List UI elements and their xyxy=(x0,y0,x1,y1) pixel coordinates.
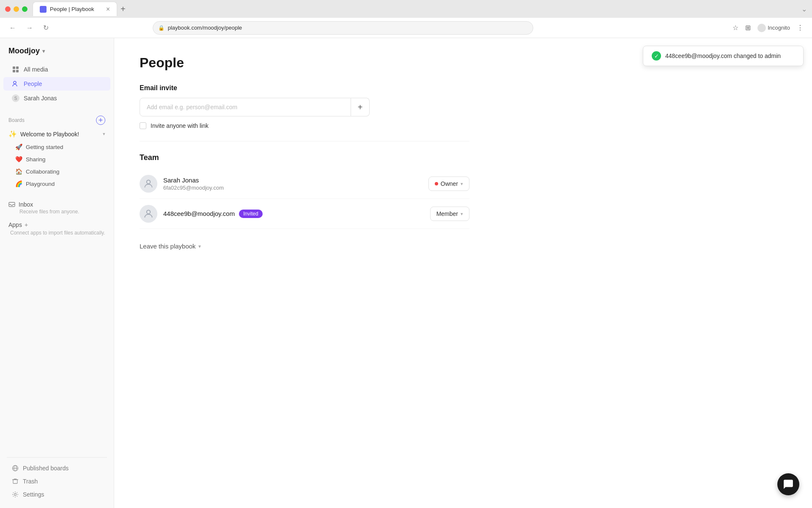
toast-notification: ✓ 448cee9b@moodjoy.com changed to admin xyxy=(643,46,804,66)
inbox-label-text: Inbox xyxy=(19,201,33,208)
invite-link-row: Invite anyone with link xyxy=(140,122,787,129)
leave-playbook-label: Leave this playbook xyxy=(140,243,196,250)
svg-rect-2 xyxy=(13,70,15,72)
address-bar[interactable]: 🔒 playbook.com/moodjoy/people xyxy=(153,21,533,35)
tab-close-button[interactable]: × xyxy=(106,6,110,13)
sidebar-item-getting-started[interactable]: 🚀 Getting started xyxy=(7,141,110,153)
sidebar-item-playground[interactable]: 🌈 Playground xyxy=(7,178,110,190)
apps-label-text: Apps xyxy=(8,221,22,228)
sarah-avatar-icon: S xyxy=(12,94,19,102)
svg-rect-8 xyxy=(13,480,17,483)
sidebar-item-trash[interactable]: Trash xyxy=(3,475,110,488)
avatar-icon xyxy=(143,178,154,189)
grid-icon xyxy=(12,66,19,73)
svg-point-11 xyxy=(147,210,151,214)
apps-item[interactable]: Apps + xyxy=(8,221,105,228)
inbox-section: Inbox Receive files from anyone. xyxy=(0,198,114,218)
avatar-icon xyxy=(143,208,154,219)
sidebar-bottom: Published boards Trash Settings xyxy=(0,453,114,501)
inbox-sub-text: Receive files from anyone. xyxy=(8,209,105,215)
welcome-board-header[interactable]: ✨ Welcome to Playbook! ▾ xyxy=(0,127,114,141)
sidebar-item-settings[interactable]: Settings xyxy=(3,488,110,501)
forward-button[interactable]: → xyxy=(24,22,36,33)
browser-tab[interactable]: People | Playbook × xyxy=(33,2,117,16)
team-member-row: Sarah Jonas 6fa02c95@moodjoy.com Owner ▾ xyxy=(140,169,469,199)
member-info-sarah: Sarah Jonas 6fa02c95@moodjoy.com xyxy=(163,177,422,191)
leave-playbook-button[interactable]: Leave this playbook ▾ xyxy=(140,243,787,250)
main-content: People Email invite + Invite anyone with… xyxy=(114,38,812,508)
reload-button[interactable]: ↻ xyxy=(41,22,51,33)
email-invite-row: + xyxy=(140,98,787,116)
boards-add-button[interactable]: + xyxy=(96,116,105,125)
welcome-board-collapse-icon: ▾ xyxy=(103,131,105,137)
trash-label: Trash xyxy=(23,478,38,485)
url-text: playbook.com/moodjoy/people xyxy=(168,25,242,31)
playground-label: Playground xyxy=(26,181,55,187)
tab-favicon xyxy=(40,6,47,13)
menu-button[interactable]: ⋮ xyxy=(795,22,805,33)
invite-link-label: Invite anyone with link xyxy=(151,122,208,129)
published-boards-label: Published boards xyxy=(23,465,69,472)
tab-grid-button[interactable]: ⊞ xyxy=(743,22,752,33)
boards-label: Boards xyxy=(8,117,25,123)
section-divider xyxy=(140,141,469,141)
svg-rect-3 xyxy=(16,70,19,72)
role-dropdown-icon: ▾ xyxy=(461,181,463,187)
svg-point-10 xyxy=(147,180,151,184)
welcome-board-group: ✨ Welcome to Playbook! ▾ 🚀 Getting start… xyxy=(0,127,114,190)
member-name-sarah: Sarah Jonas xyxy=(163,177,422,184)
getting-started-label: Getting started xyxy=(26,144,63,150)
svg-point-9 xyxy=(14,494,16,496)
tab-more-button[interactable]: ⌄ xyxy=(801,5,807,13)
traffic-light-green[interactable] xyxy=(22,6,27,12)
logo-text: Moodjoy xyxy=(8,47,40,55)
traffic-light-red[interactable] xyxy=(5,6,11,12)
boards-section-header: Boards + xyxy=(0,110,114,127)
trash-icon xyxy=(12,478,19,485)
tab-title: People | Playbook xyxy=(50,6,103,12)
all-media-label: All media xyxy=(24,66,48,73)
welcome-board-label: Welcome to Playbook! xyxy=(20,131,79,138)
owner-role-button[interactable]: Owner ▾ xyxy=(428,177,469,191)
apps-section: Apps + Connect apps to import files auto… xyxy=(0,218,114,240)
email-input[interactable] xyxy=(140,98,351,116)
role-dropdown-icon: ▾ xyxy=(461,211,463,217)
sidebar-item-sharing[interactable]: ❤️ Sharing xyxy=(7,153,110,165)
email-invite-label: Email invite xyxy=(140,84,787,92)
invited-badge: Invited xyxy=(239,210,262,218)
sidebar-item-people[interactable]: People xyxy=(3,77,110,91)
owner-role-label: Owner xyxy=(441,180,458,187)
email-add-button[interactable]: + xyxy=(351,98,370,116)
settings-icon xyxy=(12,491,19,498)
sidebar-item-sarah-jonas[interactable]: S Sarah Jonas xyxy=(3,91,110,105)
member-role-button[interactable]: Member ▾ xyxy=(430,207,469,221)
incognito-label: Incognito xyxy=(768,25,790,31)
toast-message: 448cee9b@moodjoy.com changed to admin xyxy=(665,52,781,59)
sidebar-item-collaborating[interactable]: 🏠 Collaborating xyxy=(7,166,110,177)
bookmark-button[interactable]: ☆ xyxy=(731,22,740,33)
profile-button[interactable]: Incognito xyxy=(756,22,792,34)
member-name-member2: 448cee9b@moodjoy.com xyxy=(163,210,235,217)
inbox-item[interactable]: Inbox xyxy=(8,201,105,208)
team-section-label: Team xyxy=(140,153,787,162)
logo-dropdown-icon: ▾ xyxy=(42,48,45,54)
back-button[interactable]: ← xyxy=(7,22,19,33)
published-icon xyxy=(12,465,19,472)
chat-icon xyxy=(783,479,794,490)
chat-button[interactable] xyxy=(777,473,799,495)
member-role-label: Member xyxy=(436,210,458,217)
invite-link-checkbox[interactable] xyxy=(140,122,146,129)
people-label: People xyxy=(24,80,42,87)
settings-label: Settings xyxy=(23,491,44,498)
people-icon xyxy=(12,80,19,88)
sidebar-item-all-media[interactable]: All media xyxy=(3,63,110,76)
team-member-row: 448cee9b@moodjoy.com Invited Member ▾ xyxy=(140,199,469,229)
traffic-light-yellow[interactable] xyxy=(14,6,19,12)
lock-icon: 🔒 xyxy=(158,25,165,31)
member-info-member2: 448cee9b@moodjoy.com Invited xyxy=(163,210,424,218)
sidebar-logo[interactable]: Moodjoy ▾ xyxy=(0,45,114,62)
sarah-jonas-label: Sarah Jonas xyxy=(24,95,57,102)
new-tab-button[interactable]: + xyxy=(121,2,126,16)
sidebar-item-published-boards[interactable]: Published boards xyxy=(3,462,110,475)
leave-dropdown-icon: ▾ xyxy=(198,243,201,249)
